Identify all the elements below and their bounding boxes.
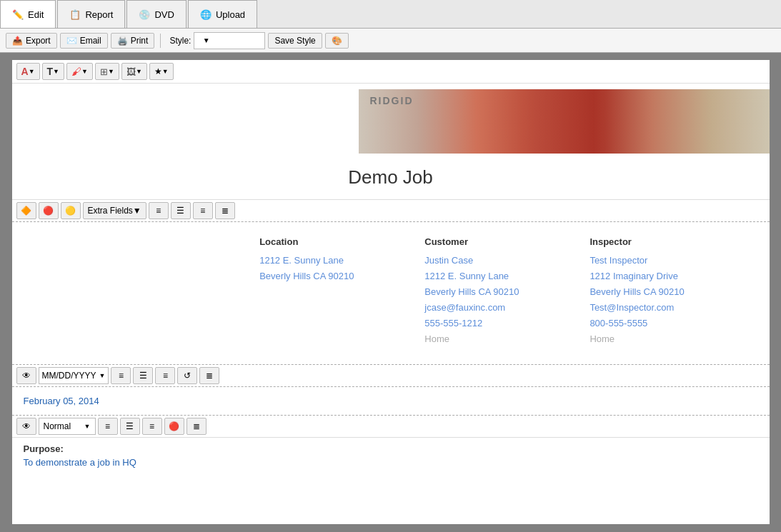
table-button[interactable]: ⊞ ▼ [95, 63, 119, 80]
date-align-left-btn[interactable]: ≡ [111, 367, 131, 384]
page: A ▼ T ▼ 🖌 ▼ ⊞ ▼ 🖼 ▼ ★ ▼ [12, 60, 770, 524]
normal-arrow: ▼ [84, 423, 91, 430]
toolbar-bar: 📤 Export ✉️ Email 🖨️ Print Style: ▼ Save… [0, 29, 781, 53]
date-align-right-icon: ≡ [163, 371, 168, 381]
normal-align-center-icon: ☰ [126, 421, 134, 431]
align-center-icon: ☰ [176, 206, 184, 216]
customer-col: Customer Justin Case 1212 E. Sunny Lane … [410, 236, 575, 350]
tab-upload-label: Upload [216, 9, 245, 20]
text-button[interactable]: T ▼ [42, 63, 64, 80]
highlight-button[interactable]: 🖌 ▼ [66, 63, 93, 80]
customer-header: Customer [424, 236, 561, 247]
date-align-left-icon: ≡ [119, 371, 124, 381]
normal-color-btn[interactable]: 🔴 [164, 418, 184, 435]
report-icon: 📋 [69, 9, 81, 20]
print-button[interactable]: 🖨️ Print [111, 33, 155, 49]
tab-report-label: Report [85, 9, 113, 20]
style-dropdown[interactable]: ▼ [194, 32, 265, 49]
align-left-btn[interactable]: ≡ [149, 202, 169, 219]
normal-section-toolbar: 👁 Normal ▼ ≡ ☰ ≡ 🔴 ≣ [12, 416, 770, 438]
email-icon: ✉️ [66, 36, 77, 46]
customer-address1: 1212 E. Sunny Lane [424, 268, 561, 284]
date-align-right-btn[interactable]: ≡ [155, 367, 175, 384]
location-line1: 1212 E. Sunny Lane [259, 253, 396, 268]
normal-options-icon: ≣ [193, 421, 200, 431]
date-reset-icon: ↺ [184, 371, 191, 381]
color-wheel-icon: 🎨 [332, 36, 342, 46]
normal-options-btn[interactable]: ≣ [186, 418, 207, 435]
date-eye-btn[interactable]: 👁 [16, 367, 36, 384]
date-align-center-icon: ☰ [139, 371, 147, 381]
special-icon: ★ [154, 66, 162, 76]
normal-eye-btn[interactable]: 👁 [16, 418, 36, 435]
date-options-btn[interactable]: ≣ [199, 367, 219, 384]
section-icon-btn-3[interactable]: 🟡 [61, 202, 81, 219]
image-icon: 🖼 [126, 66, 136, 77]
upload-icon: 🌐 [200, 9, 212, 20]
section-icon-3: 🟡 [65, 206, 76, 216]
email-button[interactable]: ✉️ Email [60, 33, 108, 49]
style-label: Style: [169, 36, 191, 46]
date-eye-icon: 👁 [22, 371, 31, 381]
special-button[interactable]: ★ ▼ [149, 63, 174, 80]
highlight-arrow-icon: ▼ [81, 68, 88, 75]
tab-upload[interactable]: 🌐 Upload [188, 0, 257, 28]
hero-overlay [359, 89, 770, 154]
extra-fields-label: Extra Fields [88, 206, 133, 216]
date-format-arrow: ▼ [99, 372, 106, 379]
style-value [197, 36, 199, 46]
extra-fields-button[interactable]: Extra Fields ▼ [83, 202, 146, 219]
inspector-col: Inspector Test Inspector 1212 Imaginary … [575, 236, 740, 350]
date-format-dropdown[interactable]: MM/DD/YYYY ▼ [39, 367, 109, 384]
date-options-icon: ≣ [206, 371, 213, 381]
customer-name: Justin Case [424, 253, 561, 268]
align-right-btn[interactable]: ≡ [193, 202, 213, 219]
main-area: A ▼ T ▼ 🖌 ▼ ⊞ ▼ 🖼 ▼ ★ ▼ [0, 53, 781, 532]
date-align-center-btn[interactable]: ☰ [133, 367, 153, 384]
align-center-btn[interactable]: ☰ [171, 202, 191, 219]
export-button[interactable]: 📤 Export [6, 33, 57, 49]
info-section: Location 1212 E. Sunny Lane Beverly Hill… [12, 222, 770, 365]
print-label: Print [131, 36, 149, 46]
save-style-label: Save Style [274, 36, 315, 46]
normal-align-center-btn[interactable]: ☰ [120, 418, 140, 435]
export-label: Export [26, 36, 51, 46]
font-button[interactable]: A ▼ [16, 63, 40, 80]
extra-fields-toolbar: 🔶 🔴 🟡 Extra Fields ▼ ≡ ☰ ≡ ≣ [12, 199, 770, 222]
location-line2: Beverly Hills CA 90210 [259, 268, 396, 284]
normal-align-left-icon: ≡ [105, 421, 110, 431]
color-wheel-button[interactable]: 🎨 [325, 33, 349, 49]
export-icon: 📤 [12, 36, 23, 46]
font-a-icon: A [21, 66, 29, 77]
align-justify-btn[interactable]: ≣ [215, 202, 235, 219]
table-icon: ⊞ [100, 66, 108, 77]
date-value: February 05, 2014 [12, 387, 770, 416]
date-reset-btn[interactable]: ↺ [177, 367, 197, 384]
tab-report[interactable]: 📋 Report [57, 0, 125, 28]
section-icon-btn-2[interactable]: 🔴 [39, 202, 59, 219]
normal-color-icon: 🔴 [169, 421, 179, 431]
normal-align-left-btn[interactable]: ≡ [98, 418, 118, 435]
page-title: Demo Job [12, 159, 770, 199]
normal-dropdown[interactable]: Normal ▼ [39, 418, 96, 435]
customer-email: jcase@fauxinc.com [424, 300, 561, 316]
save-style-button[interactable]: Save Style [268, 33, 322, 49]
tab-edit[interactable]: ✏️ Edit [0, 0, 56, 28]
image-button[interactable]: 🖼 ▼ [121, 63, 147, 80]
inspector-address2: Beverly Hills CA 90210 [590, 284, 726, 300]
section-icon-btn-1[interactable]: 🔶 [16, 202, 36, 219]
chevron-down-icon: ▼ [203, 36, 210, 44]
normal-label: Normal [44, 421, 71, 431]
normal-align-right-btn[interactable]: ≡ [142, 418, 162, 435]
inspector-home: Home [590, 331, 726, 347]
align-justify-icon: ≣ [222, 206, 229, 216]
email-label: Email [80, 36, 101, 46]
tab-dvd[interactable]: 💿 DVD [126, 0, 186, 28]
section-icon-1: 🔶 [21, 206, 31, 216]
purpose-label: Purpose: [24, 443, 758, 454]
text-arrow-icon: ▼ [53, 68, 59, 75]
special-arrow-icon: ▼ [162, 68, 169, 75]
date-format-value: MM/DD/YYYY [42, 371, 96, 381]
tab-edit-label: Edit [28, 9, 44, 20]
section-icon-2: 🔴 [43, 206, 54, 216]
